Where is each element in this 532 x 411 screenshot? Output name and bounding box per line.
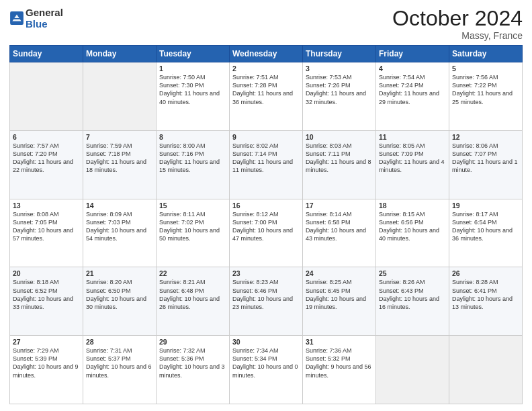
calendar-cell: 21Sunrise: 8:20 AM Sunset: 6:50 PM Dayli… xyxy=(83,267,157,336)
calendar-cell: 31Sunrise: 7:36 AM Sunset: 5:32 PM Dayli… xyxy=(303,336,376,404)
day-detail: Sunrise: 7:53 AM Sunset: 7:26 PM Dayligh… xyxy=(306,73,373,106)
day-number: 31 xyxy=(306,338,373,346)
calendar-cell: 24Sunrise: 8:25 AM Sunset: 6:45 PM Dayli… xyxy=(303,267,376,336)
calendar-cell: 30Sunrise: 7:34 AM Sunset: 5:34 PM Dayli… xyxy=(230,336,303,404)
day-number: 4 xyxy=(379,64,446,73)
day-number: 24 xyxy=(306,269,373,277)
day-detail: Sunrise: 7:59 AM Sunset: 7:18 PM Dayligh… xyxy=(86,142,153,175)
calendar-cell: 3Sunrise: 7:53 AM Sunset: 7:26 PM Daylig… xyxy=(303,62,376,131)
day-header-thursday: Thursday xyxy=(303,46,376,62)
day-number: 12 xyxy=(452,133,519,141)
day-number: 8 xyxy=(159,133,226,141)
day-detail: Sunrise: 8:12 AM Sunset: 7:00 PM Dayligh… xyxy=(232,210,300,243)
calendar-cell xyxy=(449,336,523,404)
calendar-cell: 10Sunrise: 8:03 AM Sunset: 7:11 PM Dayli… xyxy=(303,130,376,199)
calendar-cell: 18Sunrise: 8:15 AM Sunset: 6:56 PM Dayli… xyxy=(376,199,449,267)
day-detail: Sunrise: 8:17 AM Sunset: 6:54 PM Dayligh… xyxy=(452,210,519,243)
day-number: 21 xyxy=(86,269,153,277)
logo-text: General Blue xyxy=(26,7,63,30)
day-detail: Sunrise: 8:08 AM Sunset: 7:05 PM Dayligh… xyxy=(13,210,80,243)
calendar-week-2: 6Sunrise: 7:57 AM Sunset: 7:20 PM Daylig… xyxy=(10,130,523,199)
calendar-cell: 28Sunrise: 7:31 AM Sunset: 5:37 PM Dayli… xyxy=(83,336,157,404)
day-detail: Sunrise: 8:15 AM Sunset: 6:56 PM Dayligh… xyxy=(379,210,446,243)
calendar-cell: 2Sunrise: 7:51 AM Sunset: 7:28 PM Daylig… xyxy=(230,62,303,131)
calendar-cell: 5Sunrise: 7:56 AM Sunset: 7:22 PM Daylig… xyxy=(449,62,523,131)
day-number: 13 xyxy=(13,201,80,210)
calendar-cell: 1Sunrise: 7:50 AM Sunset: 7:30 PM Daylig… xyxy=(157,62,230,131)
calendar-week-4: 20Sunrise: 8:18 AM Sunset: 6:52 PM Dayli… xyxy=(10,267,523,336)
title-block: October 2024 Massy, France xyxy=(392,7,523,41)
calendar-cell xyxy=(83,62,157,131)
day-detail: Sunrise: 7:57 AM Sunset: 7:20 PM Dayligh… xyxy=(13,142,80,175)
day-detail: Sunrise: 7:54 AM Sunset: 7:24 PM Dayligh… xyxy=(379,73,446,106)
day-detail: Sunrise: 8:06 AM Sunset: 7:07 PM Dayligh… xyxy=(452,142,519,175)
day-number: 6 xyxy=(13,133,80,141)
calendar-cell: 4Sunrise: 7:54 AM Sunset: 7:24 PM Daylig… xyxy=(376,62,449,131)
day-detail: Sunrise: 7:56 AM Sunset: 7:22 PM Dayligh… xyxy=(452,73,519,106)
day-number: 11 xyxy=(379,133,446,141)
day-detail: Sunrise: 8:11 AM Sunset: 7:02 PM Dayligh… xyxy=(159,210,226,243)
calendar-week-1: 1Sunrise: 7:50 AM Sunset: 7:30 PM Daylig… xyxy=(10,62,523,131)
day-number: 26 xyxy=(452,269,519,277)
day-detail: Sunrise: 8:09 AM Sunset: 7:03 PM Dayligh… xyxy=(86,210,153,243)
calendar-cell: 8Sunrise: 8:00 AM Sunset: 7:16 PM Daylig… xyxy=(157,130,230,199)
day-number: 14 xyxy=(86,201,153,210)
calendar-cell: 23Sunrise: 8:23 AM Sunset: 6:46 PM Dayli… xyxy=(230,267,303,336)
day-detail: Sunrise: 8:23 AM Sunset: 6:46 PM Dayligh… xyxy=(232,278,300,311)
day-number: 23 xyxy=(232,269,300,277)
day-detail: Sunrise: 7:51 AM Sunset: 7:28 PM Dayligh… xyxy=(232,73,300,106)
day-number: 20 xyxy=(13,269,80,277)
day-number: 29 xyxy=(159,338,226,346)
calendar-cell: 25Sunrise: 8:26 AM Sunset: 6:43 PM Dayli… xyxy=(376,267,449,336)
day-number: 2 xyxy=(232,64,300,73)
day-detail: Sunrise: 8:00 AM Sunset: 7:16 PM Dayligh… xyxy=(159,142,226,175)
day-number: 18 xyxy=(379,201,446,210)
day-header-friday: Friday xyxy=(376,46,449,62)
day-number: 3 xyxy=(306,64,373,73)
calendar-cell: 20Sunrise: 8:18 AM Sunset: 6:52 PM Dayli… xyxy=(10,267,83,336)
calendar-cell: 17Sunrise: 8:14 AM Sunset: 6:58 PM Dayli… xyxy=(303,199,376,267)
day-detail: Sunrise: 8:14 AM Sunset: 6:58 PM Dayligh… xyxy=(306,210,373,243)
calendar-cell: 22Sunrise: 8:21 AM Sunset: 6:48 PM Dayli… xyxy=(157,267,230,336)
day-number: 7 xyxy=(86,133,153,141)
calendar-header-row: SundayMondayTuesdayWednesdayThursdayFrid… xyxy=(10,46,523,62)
calendar-cell: 7Sunrise: 7:59 AM Sunset: 7:18 PM Daylig… xyxy=(83,130,157,199)
day-detail: Sunrise: 7:31 AM Sunset: 5:37 PM Dayligh… xyxy=(86,347,153,379)
day-header-saturday: Saturday xyxy=(449,46,523,62)
svg-rect-2 xyxy=(13,18,21,19)
logo-icon xyxy=(9,11,24,26)
calendar-cell: 14Sunrise: 8:09 AM Sunset: 7:03 PM Dayli… xyxy=(83,199,157,267)
calendar-cell: 19Sunrise: 8:17 AM Sunset: 6:54 PM Dayli… xyxy=(449,199,523,267)
day-number: 9 xyxy=(232,133,300,141)
day-number: 19 xyxy=(452,201,519,210)
calendar-cell: 6Sunrise: 7:57 AM Sunset: 7:20 PM Daylig… xyxy=(10,130,83,199)
day-detail: Sunrise: 8:26 AM Sunset: 6:43 PM Dayligh… xyxy=(379,278,446,311)
calendar-cell: 27Sunrise: 7:29 AM Sunset: 5:39 PM Dayli… xyxy=(10,336,83,404)
day-number: 10 xyxy=(306,133,373,141)
day-detail: Sunrise: 8:28 AM Sunset: 6:41 PM Dayligh… xyxy=(452,278,519,311)
calendar-cell: 12Sunrise: 8:06 AM Sunset: 7:07 PM Dayli… xyxy=(449,130,523,199)
day-detail: Sunrise: 8:18 AM Sunset: 6:52 PM Dayligh… xyxy=(13,278,80,311)
day-number: 22 xyxy=(159,269,226,277)
calendar-cell: 15Sunrise: 8:11 AM Sunset: 7:02 PM Dayli… xyxy=(157,199,230,267)
calendar-week-3: 13Sunrise: 8:08 AM Sunset: 7:05 PM Dayli… xyxy=(10,199,523,267)
day-detail: Sunrise: 7:29 AM Sunset: 5:39 PM Dayligh… xyxy=(13,347,80,379)
month-title: October 2024 xyxy=(392,7,523,30)
day-detail: Sunrise: 8:02 AM Sunset: 7:14 PM Dayligh… xyxy=(232,142,300,175)
calendar-cell: 16Sunrise: 8:12 AM Sunset: 7:00 PM Dayli… xyxy=(230,199,303,267)
day-number: 1 xyxy=(159,64,226,73)
page-header: General Blue October 2024 Massy, France xyxy=(9,7,523,41)
day-number: 28 xyxy=(86,338,153,346)
day-detail: Sunrise: 8:20 AM Sunset: 6:50 PM Dayligh… xyxy=(86,278,153,311)
day-number: 25 xyxy=(379,269,446,277)
calendar-table: SundayMondayTuesdayWednesdayThursdayFrid… xyxy=(9,45,523,404)
day-detail: Sunrise: 7:34 AM Sunset: 5:34 PM Dayligh… xyxy=(232,347,300,379)
day-number: 16 xyxy=(232,201,300,210)
calendar-cell: 13Sunrise: 8:08 AM Sunset: 7:05 PM Dayli… xyxy=(10,199,83,267)
day-number: 30 xyxy=(232,338,300,346)
day-number: 5 xyxy=(452,64,519,73)
location: Massy, France xyxy=(392,30,523,41)
calendar-cell xyxy=(10,62,83,131)
calendar-cell: 29Sunrise: 7:32 AM Sunset: 5:36 PM Dayli… xyxy=(157,336,230,404)
day-detail: Sunrise: 8:03 AM Sunset: 7:11 PM Dayligh… xyxy=(306,142,373,175)
